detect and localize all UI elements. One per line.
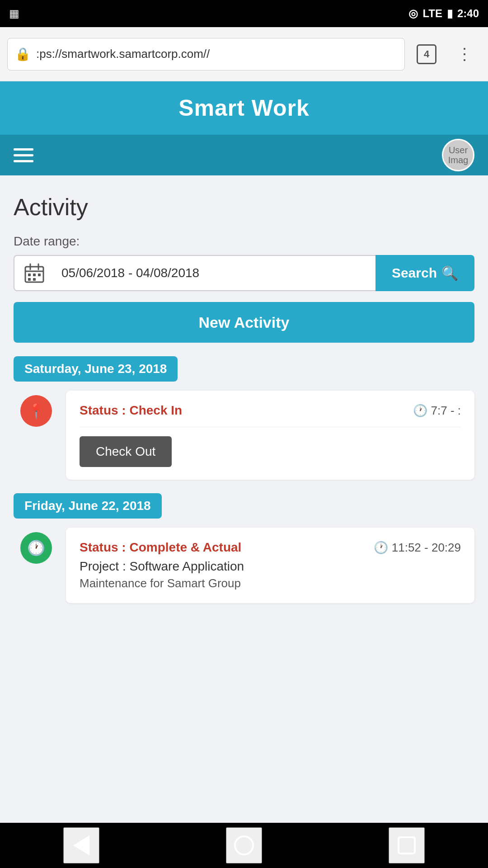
activity-card-2: Status : Complete & Actual 🕐 11:52 - 20:… (66, 528, 474, 603)
recent-button[interactable] (389, 827, 425, 863)
url-bar[interactable]: 🔒 :ps://smartwork.samartcorp.com// (7, 38, 405, 71)
status-label-1: Status : Check In (80, 403, 182, 418)
svg-rect-8 (33, 278, 36, 281)
activity-card-1: Status : Check In 🕐 7:7 - : Check Out (66, 391, 474, 480)
date-range-input[interactable] (54, 255, 375, 291)
checkout-button[interactable]: Check Out (80, 436, 172, 467)
home-icon (234, 835, 254, 855)
battery-icon: ▮ (447, 7, 453, 20)
nav-bar: UserImag (0, 135, 488, 175)
project-label: Project : Software Application (80, 559, 461, 574)
status-bar-left: ▦ (9, 7, 19, 20)
page-content: Activity Date range: Search 🔍 New Activi… (0, 175, 488, 635)
tabs-count: 4 (417, 44, 436, 64)
timeline-icon-wrap-1: 📍 (14, 391, 59, 427)
card-header-2: Status : Complete & Actual 🕐 11:52 - 20:… (80, 540, 461, 555)
url-text: :ps://smartwork.samartcorp.com// (36, 47, 397, 61)
hamburger-line-2 (14, 154, 33, 156)
svg-rect-5 (33, 274, 36, 276)
svg-rect-6 (38, 274, 41, 276)
hamburger-line-3 (14, 160, 33, 162)
svg-rect-7 (28, 278, 31, 281)
clock-icon-2: 🕐 (20, 532, 52, 564)
date-group-1: Saturday, June 23, 2018 📍 Status : Check… (14, 356, 474, 489)
page-title: Activity (14, 193, 474, 221)
status-bar-right: ◎ LTE ▮ 2:40 (408, 7, 479, 20)
calendar-button[interactable] (14, 255, 54, 291)
date-badge-1: Saturday, June 23, 2018 (14, 356, 178, 382)
timeline-item-1: 📍 Status : Check In 🕐 7:7 - : (14, 391, 474, 489)
time-label: 2:40 (457, 7, 479, 20)
timeline-item-2: 🕐 Status : Complete & Actual 🕐 11:52 - 2… (14, 528, 474, 612)
avatar-label: UserImag (448, 145, 468, 165)
date-group-2: Friday, June 22, 2018 🕐 Status : Complet… (14, 493, 474, 612)
hamburger-menu[interactable] (14, 148, 33, 162)
date-badge-2: Friday, June 22, 2018 (14, 493, 162, 519)
android-nav-bar (0, 823, 488, 868)
timeline-icon-wrap-2: 🕐 (14, 528, 59, 564)
pin-icon-1: 📍 (20, 395, 52, 427)
calendar-icon (24, 263, 44, 283)
search-button[interactable]: Search 🔍 (375, 255, 474, 291)
hamburger-line-1 (14, 148, 33, 151)
clock-small-2: 🕐 (374, 541, 388, 555)
status-bar: ▦ ◎ LTE ▮ 2:40 (0, 0, 488, 27)
new-activity-button[interactable]: New Activity (14, 302, 474, 343)
clock-icon-1: 🕐 (413, 404, 427, 418)
lock-icon: 🔒 (15, 47, 31, 61)
time-label-2: 🕐 11:52 - 20:29 (374, 541, 461, 555)
time-label-1: 🕐 7:7 - : (413, 404, 461, 418)
project-sub: Maintenance for Samart Group (80, 576, 461, 590)
status-label-2: Status : Complete & Actual (80, 540, 241, 555)
new-activity-label: New Activity (199, 314, 290, 331)
notification-icon: ▦ (9, 7, 19, 20)
svg-rect-4 (28, 274, 31, 276)
user-avatar[interactable]: UserImag (442, 139, 474, 171)
app-title: Smart Work (0, 95, 488, 121)
timeline: Saturday, June 23, 2018 📍 Status : Check… (14, 356, 474, 612)
back-button[interactable] (63, 827, 99, 863)
card-divider-1 (80, 427, 461, 427)
browser-bar: 🔒 :ps://smartwork.samartcorp.com// 4 ⋮ (0, 27, 488, 81)
home-button[interactable] (226, 827, 262, 863)
location-icon: ◎ (408, 7, 418, 20)
date-range-label: Date range: (14, 234, 474, 249)
search-label: Search (392, 265, 437, 281)
search-icon: 🔍 (441, 265, 458, 281)
more-button[interactable]: ⋮ (448, 38, 481, 71)
date-search-row: Search 🔍 (14, 255, 474, 291)
recent-icon (398, 836, 416, 854)
app-header: Smart Work (0, 81, 488, 135)
back-icon (73, 835, 89, 855)
signal-label: LTE (422, 7, 442, 20)
card-header-1: Status : Check In 🕐 7:7 - : (80, 403, 461, 418)
tabs-button[interactable]: 4 (410, 38, 443, 71)
